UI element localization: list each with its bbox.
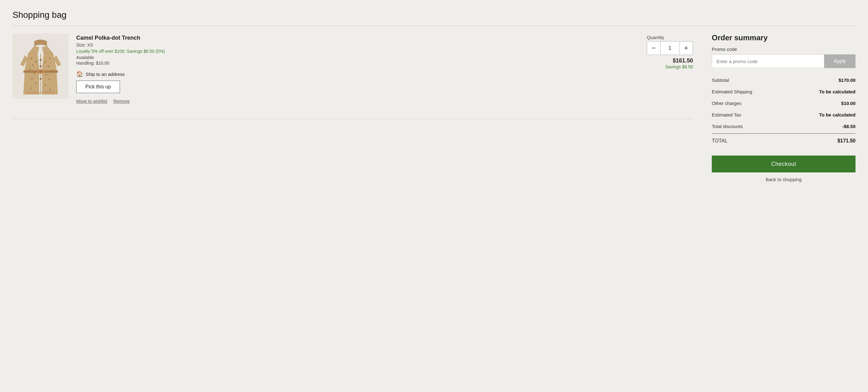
tax-label: Estimated Tax <box>712 112 741 118</box>
quantity-increase-button[interactable]: + <box>679 41 693 55</box>
remove-button[interactable]: Remove <box>114 99 130 104</box>
svg-point-12 <box>34 73 35 74</box>
move-to-wishlist-button[interactable]: Move to wishlist <box>76 99 107 104</box>
svg-point-14 <box>45 62 46 63</box>
quantity-label: Quantity <box>647 35 693 40</box>
product-name: Camel Polka-dot Trench <box>76 35 639 41</box>
summary-rows: Subtotal $170.00 Estimated Shipping To b… <box>712 74 856 147</box>
svg-point-17 <box>45 74 47 75</box>
svg-point-21 <box>45 84 46 86</box>
svg-point-9 <box>35 61 37 62</box>
svg-point-18 <box>31 78 33 80</box>
subtotal-row: Subtotal $170.00 <box>712 74 856 86</box>
other-charges-row: Other charges $10.00 <box>712 97 856 109</box>
discounts-value: -$8.50 <box>842 124 856 129</box>
other-charges-label: Other charges <box>712 101 741 106</box>
product-loyalty: Loyalty 5% off over $100: Savings $8.50 … <box>76 49 639 54</box>
total-label: TOTAL <box>712 138 727 144</box>
product-size: Size: XS <box>76 42 639 47</box>
top-divider <box>12 26 856 26</box>
pickup-button[interactable]: Pick this up <box>76 80 120 93</box>
svg-point-10 <box>32 65 34 66</box>
svg-point-4 <box>40 78 41 80</box>
quantity-decrease-button[interactable]: − <box>647 41 660 55</box>
page-title: Shopping bag <box>12 10 856 20</box>
discounts-row: Total discounts -$8.50 <box>712 121 856 132</box>
summary-title: Order summary <box>712 33 856 42</box>
cart-section: Camel Polka-dot Trench Size: XS Loyalty … <box>12 33 693 119</box>
promo-code-input[interactable] <box>712 54 824 68</box>
cart-item-right: Quantity − 1 + $161.50 Savings $8.50 <box>647 33 693 70</box>
svg-point-8 <box>31 58 32 59</box>
svg-point-19 <box>49 79 50 80</box>
product-details: Camel Polka-dot Trench Size: XS Loyalty … <box>76 33 639 104</box>
total-value: $171.50 <box>837 138 856 144</box>
quantity-section: Quantity − 1 + <box>647 35 693 55</box>
order-summary: Order summary Promo code Apply Subtotal … <box>712 33 856 182</box>
svg-point-1 <box>40 59 41 61</box>
item-savings: Savings $8.50 <box>665 64 693 69</box>
ship-label: Ship to an address <box>86 71 125 77</box>
ship-row: 🏠 Ship to an address <box>76 71 639 77</box>
product-availability: Available <box>76 55 639 60</box>
svg-point-16 <box>51 70 53 72</box>
ship-icon: 🏠 <box>76 71 83 77</box>
tax-value: To be calculated <box>819 112 856 118</box>
promo-row: Apply <box>712 54 856 68</box>
product-handling: Handling: $10.00 <box>76 61 639 66</box>
discounts-label: Total discounts <box>712 124 743 129</box>
checkout-button[interactable]: Checkout <box>712 156 856 172</box>
svg-point-2 <box>40 65 41 67</box>
svg-point-22 <box>31 88 32 89</box>
svg-point-13 <box>50 58 51 59</box>
quantity-controls: − 1 + <box>647 41 693 55</box>
subtotal-label: Subtotal <box>712 77 729 83</box>
action-links: Move to wishlist Remove <box>76 99 639 104</box>
total-row: TOTAL $171.50 <box>712 133 856 147</box>
main-layout: Camel Polka-dot Trench Size: XS Loyalty … <box>12 33 856 182</box>
svg-rect-7 <box>39 71 42 72</box>
tax-row: Estimated Tax To be calculated <box>712 109 856 121</box>
coat-illustration <box>19 37 62 96</box>
svg-point-15 <box>48 66 50 67</box>
shipping-row: Estimated Shipping To be calculated <box>712 86 856 97</box>
price-block: $161.50 Savings $8.50 <box>665 58 693 70</box>
shipping-label: Estimated Shipping <box>712 89 752 94</box>
other-charges-value: $10.00 <box>841 101 856 106</box>
svg-point-23 <box>50 89 51 91</box>
product-image <box>12 33 69 99</box>
shipping-value: To be calculated <box>819 89 856 94</box>
promo-label: Promo code <box>712 46 856 52</box>
apply-promo-button[interactable]: Apply <box>824 54 856 68</box>
cart-bottom-divider <box>12 119 693 119</box>
item-price: $161.50 <box>665 58 693 64</box>
cart-item: Camel Polka-dot Trench Size: XS Loyalty … <box>12 33 693 111</box>
quantity-value: 1 <box>660 41 679 55</box>
subtotal-value: $170.00 <box>839 77 856 83</box>
svg-point-20 <box>35 83 37 84</box>
back-to-shopping-link[interactable]: Back to shopping <box>712 177 856 182</box>
svg-rect-24 <box>27 91 55 94</box>
svg-point-11 <box>29 69 31 70</box>
